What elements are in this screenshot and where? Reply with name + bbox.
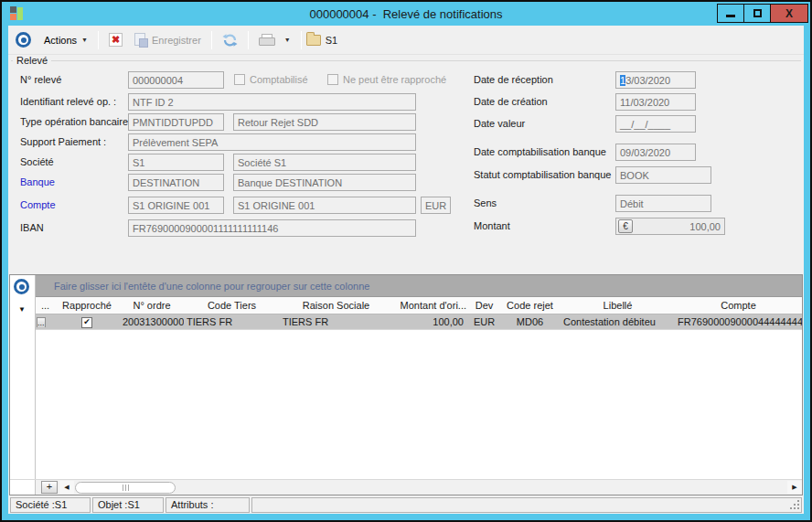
actions-label: Actions xyxy=(44,35,77,46)
grid-target-icon[interactable] xyxy=(14,279,29,294)
minimize-icon xyxy=(726,15,735,17)
support-paiement-field[interactable]: Prélèvement SEPA xyxy=(128,133,416,151)
statut-comptabilisation-field[interactable]: BOOK xyxy=(615,166,711,184)
montant-label: Montant xyxy=(474,220,510,231)
hscroll-thumb[interactable] xyxy=(75,482,176,494)
banque-code-field[interactable]: DESTINATION xyxy=(128,174,224,191)
grouping-hint: Faire glisser ici l'entête d'une colonne… xyxy=(54,281,369,292)
check-icon: ✔ xyxy=(83,318,91,326)
print-options-dropdown[interactable]: ▼ xyxy=(279,33,296,47)
statusbar: Société :S1 Objet :S1 Attributs : xyxy=(8,495,804,514)
type-operation-code-field[interactable]: PMNTIDDTUPDD xyxy=(128,113,224,131)
cell-code-rejet: MD06 xyxy=(499,316,561,327)
date-comptabilisation-field[interactable]: 09/03/2020 xyxy=(615,144,696,161)
status-societe: Société :S1 xyxy=(10,497,91,513)
date-reception-field[interactable]: 13/03/2020 xyxy=(615,71,696,89)
header-code-tiers[interactable]: Code Tiers xyxy=(184,300,280,311)
date-reception-label: Date de réception xyxy=(474,74,553,85)
header-dev[interactable]: Dev xyxy=(469,300,499,311)
window-content: Actions ▼ ✖ Enregistrer xyxy=(8,26,804,514)
sens-label: Sens xyxy=(474,197,497,208)
scroll-left-icon[interactable]: ◀ xyxy=(59,481,74,494)
comptabilise-checkbox[interactable]: Comptabilisé xyxy=(234,74,308,85)
ne-peut-etre-rapproche-checkbox[interactable]: Ne peut être rapproché xyxy=(327,74,446,85)
identifiant-field[interactable]: NTF ID 2 xyxy=(128,93,416,111)
save-icon xyxy=(134,33,147,47)
header-compte[interactable]: Compte xyxy=(675,300,802,311)
close-icon: X xyxy=(785,7,793,20)
sens-field[interactable]: Débit xyxy=(615,195,711,212)
header-dots[interactable]: ... xyxy=(36,300,54,311)
dropdown-arrow-icon: ▼ xyxy=(284,37,291,43)
compte-devise-field[interactable]: EUR xyxy=(421,197,451,214)
printer-icon xyxy=(259,34,273,47)
toolbar-separator xyxy=(98,31,99,49)
type-operation-label: Type opération bancaire xyxy=(20,116,128,127)
toolbar-separator xyxy=(211,31,212,49)
dropdown-arrow-icon: ▼ xyxy=(81,37,88,43)
compte-link-label[interactable]: Compte xyxy=(20,199,56,210)
delete-icon: ✖ xyxy=(109,33,123,47)
minimize-button[interactable] xyxy=(717,4,744,23)
groupbox-title: Relevé xyxy=(13,55,51,66)
releve-number-label: N° relevé xyxy=(20,74,61,85)
add-row-button[interactable]: + xyxy=(41,481,58,494)
resize-grip[interactable] xyxy=(788,498,790,500)
header-raison-sociale[interactable]: Raison Sociale xyxy=(280,300,392,311)
maximize-icon xyxy=(753,9,762,17)
save-label: Enregistrer xyxy=(152,35,201,46)
window-title: 000000004 - Relevé de notifications xyxy=(2,7,810,21)
type-operation-libelle-field[interactable]: Retour Rejet SDD xyxy=(233,113,416,131)
grid-menu-arrow-icon[interactable]: ▼ xyxy=(18,305,26,314)
header-rapproche[interactable]: Rapproché xyxy=(54,300,120,311)
groupbox-border xyxy=(11,60,801,61)
date-creation-label: Date de création xyxy=(474,96,548,107)
montant-field[interactable]: € 100,00 xyxy=(615,218,725,235)
compte-code-field[interactable]: S1 ORIGINE 001 xyxy=(128,197,224,214)
iban-label: IBAN xyxy=(20,222,44,233)
statut-comptabilisation-label: Statut comptabilisation banque xyxy=(474,169,611,180)
currency-euro-button[interactable]: € xyxy=(618,219,633,233)
record-target-icon xyxy=(16,32,31,48)
status-objet: Objet :S1 xyxy=(92,497,164,513)
releve-form: Relevé N° relevé 000000004 Comptabilisé … xyxy=(8,55,804,274)
date-valeur-field[interactable]: __/__/____ xyxy=(615,115,696,133)
context-label: S1 xyxy=(326,35,337,46)
grid-gutter: ▼ xyxy=(10,275,36,479)
print-button[interactable] xyxy=(253,30,279,50)
delete-button[interactable]: ✖ xyxy=(103,29,128,50)
scroll-right-icon[interactable]: ▶ xyxy=(787,481,802,494)
iban-field[interactable]: FR7690000900001111111111146 xyxy=(128,219,416,237)
releve-number-field[interactable]: 000000004 xyxy=(128,71,224,89)
header-code-rejet[interactable]: Code rejet xyxy=(499,300,561,311)
societe-libelle-field[interactable]: Société S1 xyxy=(233,154,416,171)
grid-hscroll-row: + ◀ ▶ xyxy=(10,479,802,495)
banque-link-label[interactable]: Banque xyxy=(20,176,55,187)
toolbar-separator xyxy=(248,31,249,49)
refresh-button[interactable] xyxy=(217,29,243,51)
date-creation-field[interactable]: 11/03/2020 xyxy=(615,93,696,111)
grid-empty-area xyxy=(36,330,802,479)
status-spacer xyxy=(251,497,802,513)
societe-code-field[interactable]: S1 xyxy=(128,154,224,171)
titlebar[interactable]: 000000004 - Relevé de notifications X xyxy=(2,2,810,26)
notifications-grid-panel: ▼ Faire glisser ici l'entête d'une colon… xyxy=(9,274,803,495)
compte-libelle-field[interactable]: S1 ORIGINE 001 xyxy=(233,197,416,214)
cell-code-tiers: TIERS FR xyxy=(184,316,280,327)
header-montant-origine[interactable]: Montant d'ori... xyxy=(392,300,469,311)
cell-dev: EUR xyxy=(469,316,499,327)
cell-n-ordre: 200313000001 xyxy=(120,316,184,327)
header-n-ordre[interactable]: N° ordre xyxy=(120,300,184,311)
grid-grouping-band[interactable]: Faire glisser ici l'entête d'une colonne… xyxy=(36,275,802,297)
row-detail-button[interactable]: ... xyxy=(37,317,46,327)
banque-libelle-field[interactable]: Banque DESTINATION xyxy=(233,174,416,191)
header-libelle[interactable]: Libellé xyxy=(561,300,675,311)
rapproche-checkbox[interactable]: ✔ xyxy=(81,317,92,328)
actions-button[interactable]: Actions ▼ xyxy=(38,31,93,49)
montant-value: 100,00 xyxy=(689,221,721,232)
save-button[interactable]: Enregistrer xyxy=(128,29,207,50)
close-button[interactable]: X xyxy=(770,4,808,23)
table-row[interactable]: ... ✔ 200313000001 TIERS FR TIERS FR 100… xyxy=(36,314,802,330)
toolbar: Actions ▼ ✖ Enregistrer xyxy=(8,26,804,55)
maximize-button[interactable] xyxy=(743,4,771,23)
